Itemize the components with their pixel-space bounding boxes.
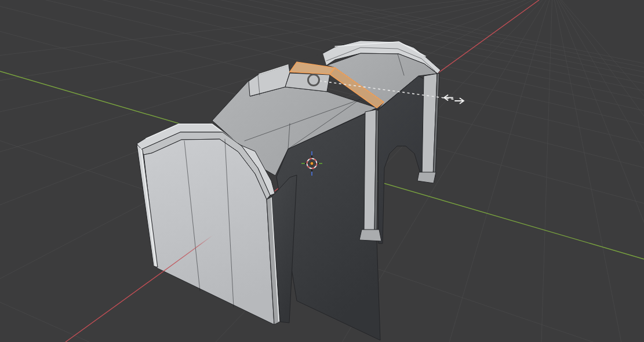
viewport-3d[interactable] xyxy=(0,0,644,342)
right-arch-buttress-foot[interactable] xyxy=(417,172,436,183)
mid-buttress-foot[interactable] xyxy=(359,230,381,241)
mid-buttress[interactable] xyxy=(364,110,376,231)
object-origin-dot xyxy=(310,162,314,165)
